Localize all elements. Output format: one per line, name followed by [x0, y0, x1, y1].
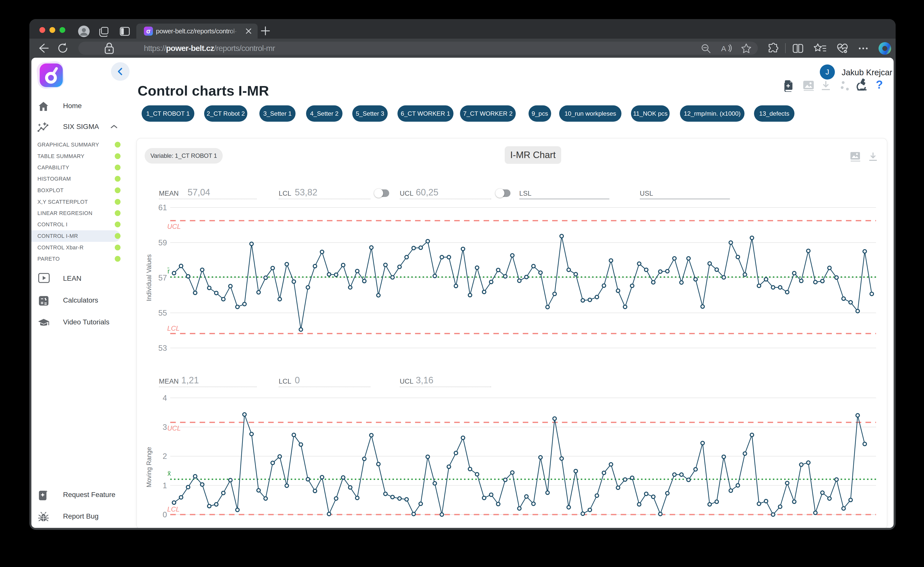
svg-text:Individual Values: Individual Values [145, 254, 152, 301]
svg-text:59: 59 [158, 238, 167, 247]
svg-text:UCL: UCL [167, 223, 181, 230]
svg-text:2: 2 [163, 452, 167, 460]
svg-text:53: 53 [158, 344, 167, 352]
svg-text:r̄: r̄ [167, 267, 170, 275]
svg-text:0: 0 [163, 510, 167, 519]
svg-text:Moving Range: Moving Range [145, 447, 152, 487]
svg-text:LCL: LCL [167, 506, 180, 513]
svg-text:UCL: UCL [167, 424, 181, 432]
svg-text:x̄: x̄ [167, 470, 171, 477]
svg-text:57: 57 [158, 273, 167, 282]
svg-text:LCL: LCL [167, 325, 180, 332]
svg-text:55: 55 [158, 309, 167, 317]
svg-text:1: 1 [163, 481, 167, 490]
svg-text:4: 4 [163, 394, 167, 402]
svg-text:A: A [721, 44, 726, 52]
svg-text:3: 3 [163, 423, 167, 432]
svg-text:61: 61 [158, 203, 167, 212]
